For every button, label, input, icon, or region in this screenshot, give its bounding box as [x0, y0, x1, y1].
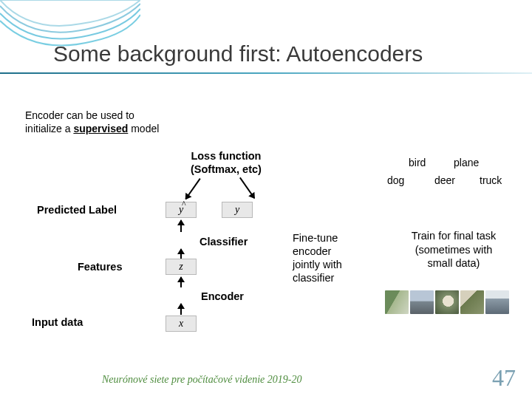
class-labels: truck: [480, 174, 502, 186]
image-thumbnails: [385, 290, 512, 318]
var-yhat-box: y: [166, 202, 197, 218]
class-labels: bird: [409, 157, 426, 168]
subhead-text: Encoder can be used to initialize a supe…: [25, 109, 159, 135]
arrow-icon: [180, 277, 182, 287]
var-z-box: z: [166, 259, 197, 275]
finetune-text: Fine-tune encoder jointly with classifie…: [293, 231, 342, 285]
loss-function-label: Loss function(Softmax, etc): [191, 149, 262, 176]
var-y-box: y: [222, 202, 253, 218]
arrow-icon: [180, 220, 182, 232]
classifier-label: Classifier: [200, 236, 248, 248]
predicted-label-text: Predicted Label: [37, 204, 117, 216]
slide-title: Some background first: Autoencoders: [53, 41, 423, 66]
encoder-label: Encoder: [201, 290, 244, 302]
train-for-text: Train for final task (sometimes with sma…: [392, 229, 516, 270]
input-data-label: Input data: [32, 316, 83, 328]
arrow-icon: [180, 249, 182, 259]
class-labels: dog: [387, 174, 404, 186]
var-x-box: x: [166, 316, 197, 332]
arrow-icon: [239, 177, 255, 199]
arrow-icon: [185, 178, 200, 200]
class-labels: deer: [434, 174, 455, 186]
features-label: Features: [78, 261, 122, 273]
title-underline: [0, 72, 532, 74]
class-labels: plane: [454, 157, 479, 168]
footer-text: Neurónové siete pre počítačové videnie 2…: [102, 374, 301, 386]
arrow-icon: [180, 304, 182, 315]
slide-number: 47: [492, 364, 516, 392]
